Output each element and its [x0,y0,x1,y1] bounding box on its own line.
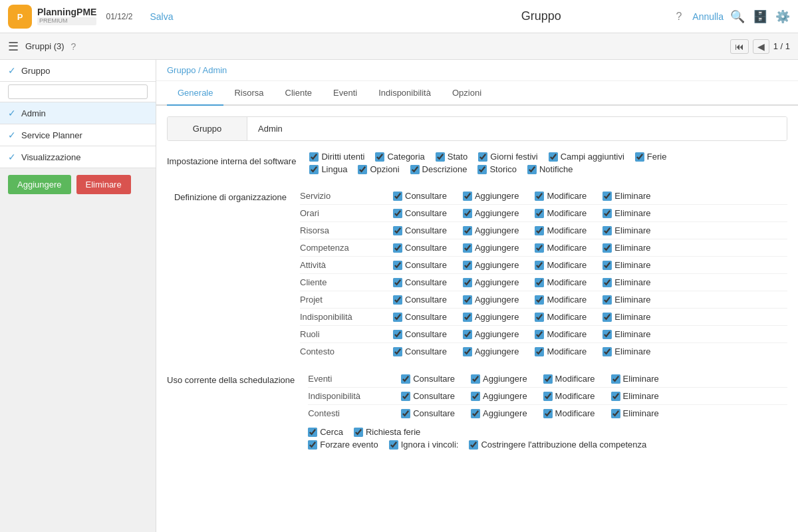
cb-contesto-consultare[interactable] [393,347,402,356]
settings-icon[interactable]: ⚙️ [775,9,790,24]
perm-name-servizio: Servizio [300,191,393,201]
database-icon[interactable]: 🗄️ [753,9,767,24]
cb-eventi-modificare[interactable] [543,374,553,384]
cb-projet-aggiungere[interactable] [463,295,472,305]
cb-contesti-aggiungere[interactable] [471,409,480,418]
cb-storico-input[interactable] [477,165,487,174]
cb-servizio-aggiungere[interactable] [463,192,472,201]
perm-checks-indisponibilita: Consultare Aggiungere Modificare Elimina… [393,312,651,322]
cb-contesti-modificare[interactable] [543,409,553,418]
cb-cerca-input[interactable] [308,428,317,437]
cb-campi-aggiuntivi-input[interactable] [549,152,558,162]
tab-risorsa[interactable]: Risorsa [223,81,274,106]
sidebar-item-admin[interactable]: ✓ Admin [0,102,156,124]
cb-risorsa-modificare[interactable] [535,226,544,235]
cb-indisponibilita2-modificare[interactable] [543,392,553,401]
cb-indisponibilita2-aggiungere[interactable] [471,392,480,401]
save-button[interactable]: Salva [150,11,174,22]
cb-orari-eliminare[interactable] [602,209,612,218]
help-icon[interactable]: ? [676,11,682,23]
group-name-value[interactable]: Admin [247,117,787,140]
delete-button[interactable]: Eliminare [76,175,131,194]
search-icon[interactable]: 🔍 [730,9,745,24]
cb-categoria-input[interactable] [375,152,384,162]
cb-notifiche-input[interactable] [527,165,537,174]
cb-servizio-consultare[interactable] [393,192,402,201]
cb-risorsa-eliminare[interactable] [602,226,612,235]
perm-check-indisponibilita-eliminare: Eliminare [602,312,650,322]
cb-contesti-eliminare[interactable] [611,409,620,418]
cb-projet-consultare[interactable] [393,295,402,305]
cb-richiesta-ferie-input[interactable] [354,428,363,437]
cb-risorsa-aggiungere[interactable] [463,226,472,235]
tab-generale[interactable]: Generale [167,81,223,106]
cb-stato-input[interactable] [436,152,445,162]
sidebar-item-gruppo[interactable]: ✓ Gruppo [0,60,156,82]
cb-attivita-eliminare[interactable] [602,261,612,270]
sidebar-item-service-planner[interactable]: ✓ Service Planner [0,124,156,146]
sidebar-search-input[interactable] [8,84,148,99]
add-button[interactable]: Aggiungere [8,175,71,194]
cb-eventi-eliminare[interactable] [611,374,620,384]
cb-attivita-consultare[interactable] [393,261,402,270]
cb-giorni-festivi-input[interactable] [478,152,487,162]
cb-cliente-aggiungere[interactable] [463,278,472,287]
cb-projet-modificare[interactable] [535,295,544,305]
groups-help-icon[interactable]: ? [71,41,76,52]
cb-servizio-modificare[interactable] [535,192,544,201]
cb-costringere-attribuzione-input[interactable] [469,440,478,450]
cb-indisponibilita2-eliminare[interactable] [611,392,620,401]
cb-orari-aggiungere[interactable] [463,209,472,218]
cb-descrizione-input[interactable] [410,165,420,174]
cb-descrizione: Descrizione [410,164,467,174]
cb-competenza-eliminare[interactable] [602,243,612,253]
menu-icon[interactable]: ☰ [8,39,19,54]
cb-cliente-modificare[interactable] [535,278,544,287]
cb-risorsa-consultare[interactable] [393,226,402,235]
group-name-row: Gruppo Admin [167,116,787,141]
tab-cliente[interactable]: Cliente [275,81,323,106]
cb-opzioni-input[interactable] [358,165,367,174]
cb-eventi-consultare[interactable] [401,374,410,384]
group-name-label: Gruppo [168,117,247,140]
tab-indisponibilita[interactable]: Indisponibilità [368,81,442,106]
cb-ruoli-modificare[interactable] [535,330,544,339]
cb-eventi-aggiungere[interactable] [471,374,480,384]
nav-first-button[interactable]: ⏮ [730,39,749,54]
cb-ruoli-aggiungere[interactable] [463,330,472,339]
cb-ignora-vincoli-input[interactable] [389,440,398,450]
cb-contesto-modificare[interactable] [535,347,544,356]
cb-competenza-consultare[interactable] [393,243,402,253]
nav-prev-button[interactable]: ◀ [753,39,769,54]
cb-orari-consultare[interactable] [393,209,402,218]
perm-check-cliente-aggiungere: Aggiungere [463,277,519,287]
cb-indisponibilita-aggiungere[interactable] [463,313,472,322]
sidebar-item-visualizzazione[interactable]: ✓ Visualizzazione [0,146,156,168]
cb-attivita-aggiungere[interactable] [463,261,472,270]
cb-ferie-input[interactable] [635,152,644,162]
cb-contesto-aggiungere[interactable] [463,347,472,356]
cb-contesto-eliminare[interactable] [602,347,612,356]
cb-attivita-modificare[interactable] [535,261,544,270]
tab-eventi[interactable]: Eventi [323,81,368,106]
cb-competenza-aggiungere[interactable] [463,243,472,253]
cb-projet-eliminare[interactable] [602,295,612,305]
cb-competenza-modificare[interactable] [535,243,544,253]
cb-forzare-evento-input[interactable] [308,440,317,450]
cb-cliente-eliminare[interactable] [602,278,612,287]
org-perm-table: Servizio Consultare Aggiungere Modificar… [300,188,787,360]
cb-contesti-consultare[interactable] [401,409,410,418]
cb-ruoli-consultare[interactable] [393,330,402,339]
cb-lingua-input[interactable] [309,165,319,174]
cb-cliente-consultare[interactable] [393,278,402,287]
cb-diritti-utenti-input[interactable] [309,152,319,162]
cb-indisponibilita2-consultare[interactable] [401,392,410,401]
tab-opzioni[interactable]: Opzioni [442,81,492,106]
cb-ruoli-eliminare[interactable] [602,330,612,339]
cb-orari-modificare[interactable] [535,209,544,218]
cb-indisponibilita-modificare[interactable] [535,313,544,322]
cb-indisponibilita-consultare[interactable] [393,313,402,322]
cb-indisponibilita-eliminare[interactable] [602,313,612,322]
cancel-button[interactable]: Annulla [692,11,724,22]
cb-servizio-eliminare[interactable] [602,192,612,201]
